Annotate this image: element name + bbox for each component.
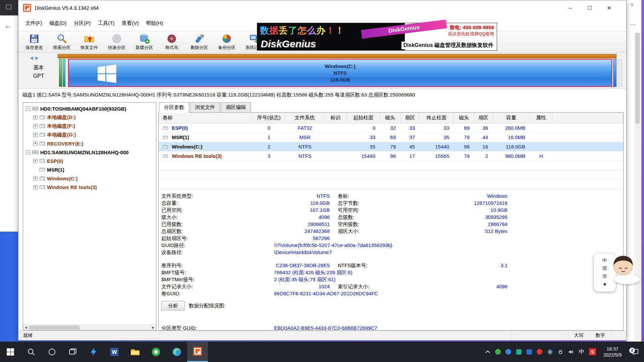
taskbar-app-explorer[interactable]: [125, 342, 146, 362]
partition-block-msr[interactable]: [63, 59, 65, 87]
ime-chinese-mode[interactable]: 中: [602, 258, 607, 263]
minimize-button[interactable]: ─: [560, 0, 580, 15]
search-partition-button[interactable]: 搜索分区: [48, 32, 75, 52]
expand-toggle-icon[interactable]: -: [26, 107, 30, 111]
ad-headline: 数据丢了怎么办！！: [260, 24, 344, 37]
tray-red-app-icon[interactable]: [534, 349, 545, 355]
expand-toggle-icon[interactable]: -: [26, 150, 30, 155]
partition-block-windows-c[interactable]: Windows(C:) NTFS 118.0GB: [68, 59, 612, 87]
background-scrollbar[interactable]: [634, 32, 641, 340]
task-view-button[interactable]: [62, 342, 83, 362]
taskbar-app-lightning[interactable]: [83, 342, 104, 362]
ime-language-indicator[interactable]: 中: [576, 348, 587, 356]
background-close-icon[interactable]: ✕: [630, 2, 634, 8]
ad-banner[interactable]: 数据丢了怎么办！！ DiskGenius DiskGenius 致电: 400-…: [257, 23, 497, 51]
maximize-button[interactable]: ☐: [580, 0, 599, 15]
background-scrollbar-thumb[interactable]: [635, 33, 640, 124]
status-capslock: 大写: [568, 331, 589, 340]
tree-item-hd1[interactable]: - HD1:SAMSUNGMZNLN128HAHQ-000: [23, 148, 156, 157]
menu-partition[interactable]: 分区(P): [70, 18, 94, 29]
new-partition-button[interactable]: 新建分区: [130, 32, 158, 52]
tree-item-esp[interactable]: + ESP(0): [23, 157, 156, 165]
notification-center-button[interactable]: 2: [627, 348, 643, 356]
tab-partition-parameters[interactable]: 分区参数: [159, 102, 189, 113]
quick-partition-button[interactable]: 快速分区: [103, 32, 130, 52]
lightning-app-icon: [89, 347, 99, 357]
tray-teal-app-icon[interactable]: [514, 349, 524, 355]
tree-item-msr[interactable]: MSR(1): [23, 165, 156, 174]
taskbar-app-word[interactable]: W: [104, 342, 125, 362]
tree-item-hd0[interactable]: - HD0:TOSHIBAMQ04ABF100(932GB): [23, 104, 156, 113]
ad-brand: DiskGenius: [261, 38, 316, 50]
table-row-windows-re-tools[interactable]: Windows RE tools(3) 3 NTFS 15440 96 17 1…: [159, 152, 623, 161]
expand-toggle-icon[interactable]: +: [33, 115, 38, 120]
tree-item-local-d[interactable]: + 本地磁盘(D:): [23, 113, 156, 122]
tree-item-windows-re-tools[interactable]: + Windows RE tools(3): [23, 183, 156, 191]
tray-blue-square-app-icon[interactable]: [524, 349, 534, 355]
tree-item-local-f[interactable]: + 本地磁盘(F:): [23, 122, 156, 130]
backup-partition-button[interactable]: 备份分区: [213, 32, 240, 52]
taskbar-app-diskgenius[interactable]: [187, 342, 208, 362]
tray-snowflake-icon[interactable]: [545, 349, 555, 355]
ime-heart-icon[interactable]: ♥: [603, 282, 606, 287]
titlebar: DiskGenius V5.4.3.1342 x64 ─ ☐ ✕: [18, 0, 626, 15]
volume-icon: [163, 126, 168, 130]
ad-banner-right: DiskGenius 致电: 400-008-9958 或点击此处选择QQ咨询 …: [405, 23, 497, 50]
volume-icon: [39, 141, 45, 146]
start-button[interactable]: [0, 342, 21, 362]
format-button[interactable]: 格式化: [158, 32, 185, 52]
search-icon: [27, 348, 35, 356]
background-more-icon[interactable]: ⋯: [630, 21, 636, 28]
tray-volume-icon[interactable]: [566, 349, 576, 355]
tab-sector-edit[interactable]: 扇区编辑: [221, 102, 251, 112]
volume-icon: [39, 176, 45, 181]
taskbar-search-button[interactable]: [21, 342, 42, 362]
partition-map-scrollbar[interactable]: [618, 59, 622, 87]
menu-view[interactable]: 查看(V): [118, 18, 142, 29]
expand-toggle-icon[interactable]: +: [33, 141, 38, 146]
expand-toggle-icon[interactable]: +: [33, 133, 38, 137]
tree-horizontal-scrollbar[interactable]: ◀ ▶: [23, 324, 156, 330]
tree-item-windows-c[interactable]: + Windows(C:): [23, 174, 156, 183]
scroll-right-icon[interactable]: ▶: [150, 325, 156, 330]
tree-scrollbar-thumb[interactable]: [29, 325, 79, 330]
partition-block-re-tools[interactable]: [613, 59, 616, 87]
taskbar-app-edge[interactable]: [166, 342, 187, 362]
expand-toggle-icon[interactable]: +: [33, 176, 38, 181]
analyze-button[interactable]: 分析: [161, 301, 185, 310]
menu-disk[interactable]: 磁盘(D): [46, 18, 70, 29]
recover-files-button[interactable]: 恢复文件: [75, 32, 103, 52]
ad-qq-link[interactable]: 或点击此处选择QQ咨询: [448, 31, 494, 37]
volume-icon: [39, 132, 45, 137]
table-row-msr[interactable]: MSR(1) 1 MSR 33 69 37 35 79 44 16.0MB: [159, 133, 623, 142]
tree-item-local-g[interactable]: + 本地磁盘(G:): [23, 130, 156, 139]
menu-file[interactable]: 文件(F): [22, 18, 46, 29]
ime-simplified-mode[interactable]: 简: [602, 266, 607, 271]
menu-tools[interactable]: 工具(T): [94, 18, 118, 29]
save-changes-button[interactable]: 保存更改: [20, 32, 48, 52]
taskbar-app-browser-green[interactable]: [146, 342, 166, 362]
scroll-left-icon[interactable]: ◀: [23, 325, 29, 330]
tray-green-app-icon[interactable]: [493, 349, 503, 355]
tray-sogou-icon[interactable]: S: [587, 348, 598, 355]
ime-floating-panel[interactable]: 中 简 半 ♥: [594, 253, 644, 294]
partition-block-esp[interactable]: [59, 59, 62, 87]
tray-chevron-up-icon[interactable]: [482, 349, 493, 355]
menu-help[interactable]: 帮助(H): [142, 18, 167, 29]
table-row-windows-c[interactable]: Windows(C:) 2 NTFS 35 79 45 15440 96 16 …: [159, 142, 623, 152]
delete-partition-button[interactable]: 删除分区: [185, 32, 213, 52]
ime-halfwidth-mode[interactable]: 半: [602, 274, 607, 279]
expand-toggle-icon[interactable]: +: [33, 159, 38, 163]
tab-browse-files[interactable]: 浏览文件: [190, 102, 220, 112]
tray-plug-icon[interactable]: [555, 349, 566, 355]
cortana-button[interactable]: [42, 342, 62, 362]
expand-toggle-icon[interactable]: +: [33, 124, 38, 128]
close-button[interactable]: ✕: [599, 0, 619, 15]
tray-blue-app-icon[interactable]: [503, 349, 514, 355]
table-row-esp[interactable]: ESP(0) 0 FAT32 0 32 33 33 69 36 260.0MB: [159, 123, 623, 133]
taskbar-clock[interactable]: 18:37 2022/5/9: [598, 346, 627, 358]
back-arrow-icon[interactable]: ←: [4, 21, 12, 30]
tree-item-recovery-e[interactable]: + RECOVERY(E:): [23, 139, 156, 148]
expand-toggle-icon[interactable]: +: [33, 185, 38, 189]
disk-nav-arrows[interactable]: ◀▶: [30, 55, 41, 60]
